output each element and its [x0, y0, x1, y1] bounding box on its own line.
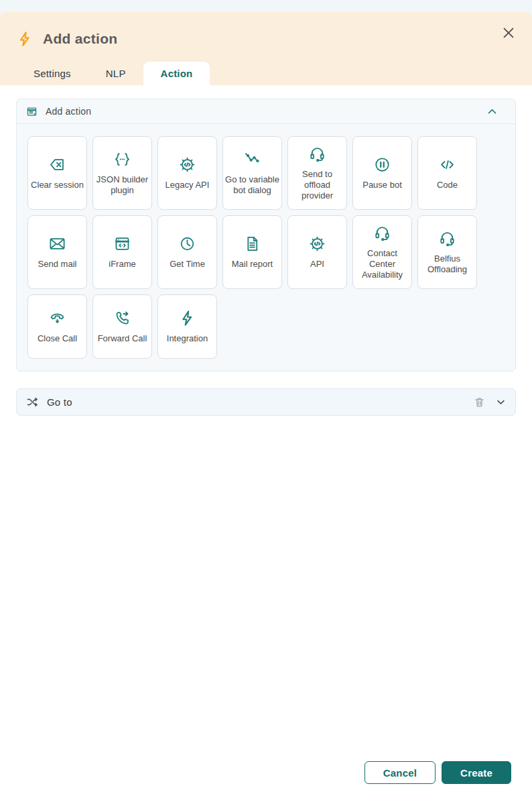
pause-circle-icon: [373, 156, 391, 174]
headset-icon: [308, 145, 326, 163]
add-action-panel: Add action Clear sessionJSON builder plu…: [16, 99, 516, 372]
action-tile-label: JSON builder plugin: [95, 174, 149, 196]
modal-header: Add action SettingsNLPAction: [0, 12, 532, 85]
action-tile-label: API: [310, 259, 324, 270]
action-tile-json-builder-plugin[interactable]: JSON builder plugin: [92, 136, 152, 210]
action-tile-mail-report[interactable]: Mail report: [222, 215, 282, 289]
goto-section[interactable]: Go to: [16, 388, 516, 416]
chevron-down-icon[interactable]: [496, 397, 506, 407]
action-tile-clear-session[interactable]: Clear session: [27, 136, 87, 210]
document-icon: [243, 235, 261, 253]
tab-action[interactable]: Action: [143, 62, 210, 85]
action-tile-label: iFrame: [109, 259, 135, 270]
action-tile-integration[interactable]: Integration: [157, 294, 217, 359]
cancel-button[interactable]: Cancel: [364, 761, 436, 784]
browser-code-icon: [113, 235, 131, 253]
gear-code-icon: [178, 156, 196, 174]
action-tile-label: Forward Call: [98, 333, 147, 344]
action-tile-code[interactable]: Code: [417, 136, 477, 210]
create-button[interactable]: Create: [442, 761, 511, 784]
action-tile-forward-call[interactable]: Forward Call: [92, 294, 152, 359]
action-tile-label: Go to variable bot dialog: [225, 174, 279, 196]
goto-label: Go to: [47, 396, 474, 408]
action-tile-label: Clear session: [31, 180, 84, 190]
modal-body: Add action Clear sessionJSON builder plu…: [0, 85, 532, 416]
action-tile-label: Send to offload provider: [290, 169, 344, 201]
gear-code-icon: [308, 235, 326, 253]
form-panel-icon: [26, 106, 38, 117]
action-tile-label: Code: [437, 180, 458, 190]
action-tile-contact-center-availability[interactable]: Contact Center Availability: [352, 215, 412, 289]
action-tile-close-call[interactable]: Close Call: [27, 294, 87, 359]
lightning-icon: [178, 309, 196, 327]
action-tile-send-mail[interactable]: Send mail: [27, 215, 87, 289]
clear-session-icon: [48, 156, 66, 174]
modal-footer: Cancel Create: [364, 761, 511, 784]
envelope-icon: [48, 235, 66, 253]
action-tile-send-to-offload-provider[interactable]: Send to offload provider: [287, 136, 347, 210]
action-tile-label: Close Call: [38, 333, 77, 344]
modal-title: Add action: [43, 31, 118, 47]
headset-icon: [438, 229, 456, 247]
close-icon[interactable]: [501, 25, 516, 40]
action-tile-legacy-api[interactable]: Legacy API: [157, 136, 217, 210]
action-tile-pause-bot[interactable]: Pause bot: [352, 136, 412, 210]
code-icon: [438, 156, 456, 174]
action-tile-belfius-offloading[interactable]: Belfius Offloading: [417, 215, 477, 289]
lightning-bolt-icon: [16, 30, 34, 48]
tab-nlp[interactable]: NLP: [88, 62, 143, 85]
action-tile-label: Contact Center Availability: [355, 248, 409, 280]
action-tile-label: Get Time: [170, 259, 205, 270]
action-tile-label: Belfius Offloading: [420, 254, 474, 275]
action-tile-label: Send mail: [38, 259, 77, 270]
tab-settings[interactable]: Settings: [16, 62, 88, 85]
clock-icon: [178, 235, 196, 253]
action-tile-go-to-variable-bot-dialog[interactable]: Go to variable bot dialog: [222, 136, 282, 210]
add-action-modal: Add action SettingsNLPAction Add action …: [0, 12, 532, 788]
action-tile-get-time[interactable]: Get Time: [157, 215, 217, 289]
phone-forward-icon: [113, 309, 131, 327]
action-tile-label: Legacy API: [165, 180, 210, 190]
action-tile-iframe[interactable]: iFrame: [92, 215, 152, 289]
action-tile-api[interactable]: API: [287, 215, 347, 289]
action-tile-label: Pause bot: [362, 180, 402, 190]
tab-bar: SettingsNLPAction: [16, 62, 516, 85]
action-tile-label: Mail report: [232, 259, 273, 270]
trash-icon[interactable]: [474, 396, 485, 408]
chevron-up-icon[interactable]: [486, 106, 498, 117]
panel-header[interactable]: Add action: [17, 99, 515, 124]
panel-title: Add action: [46, 106, 486, 117]
path-nodes-icon: [243, 150, 261, 168]
headset-icon: [373, 224, 391, 242]
action-grid: Clear sessionJSON builder pluginLegacy A…: [17, 124, 515, 371]
json-braces-icon: [113, 150, 131, 168]
phone-down-icon: [48, 309, 66, 327]
shuffle-icon: [26, 396, 39, 408]
action-tile-label: Integration: [167, 333, 208, 344]
